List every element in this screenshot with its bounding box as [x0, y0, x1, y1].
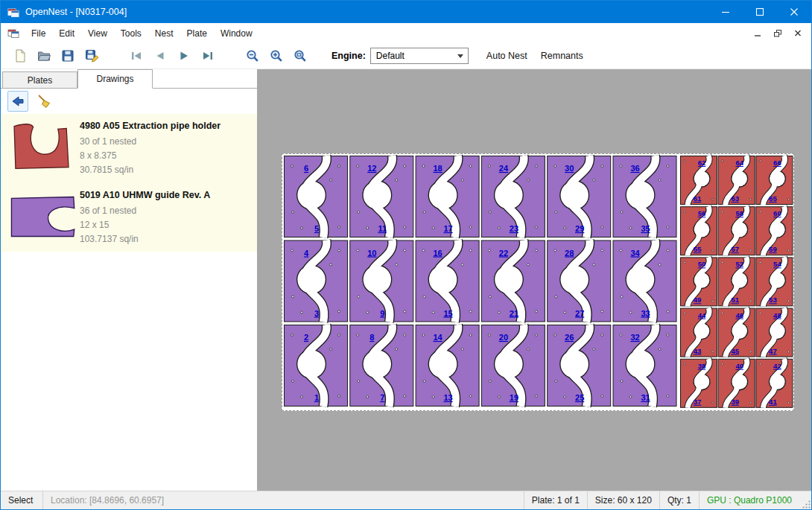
menu-nest[interactable]: Nest [148, 25, 180, 42]
svg-text:41: 41 [769, 398, 777, 406]
main-content: Plates Drawings [1, 69, 811, 491]
zoom-out-button[interactable] [241, 45, 264, 67]
menu-plate[interactable]: Plate [180, 25, 214, 42]
statusbar-size: Size: 60 x 120 [588, 491, 659, 509]
engine-value: Default [376, 51, 405, 61]
drawing-size: 12 x 15 [80, 218, 210, 232]
svg-text:12: 12 [367, 164, 376, 173]
svg-text:51: 51 [731, 296, 739, 304]
drawing-item-purple[interactable]: 5019 A10 UHMW guide Rev. A 36 of 1 neste… [1, 183, 257, 252]
svg-text:7: 7 [380, 393, 384, 402]
maximize-icon [752, 6, 767, 19]
mdi-minimize-button[interactable] [747, 25, 767, 42]
last-plate-button[interactable] [196, 45, 220, 67]
menu-tools[interactable]: Tools [114, 25, 148, 42]
menubar: File Edit View Tools Nest Plate Window [1, 23, 811, 43]
drawing-nested: 36 of 1 nested [80, 204, 210, 218]
drawing-nested: 30 of 1 nested [80, 135, 221, 149]
remnants-button[interactable]: Remnants [541, 51, 583, 61]
nest-plate[interactable]: 6512111817242330293635431091615222128273… [282, 153, 794, 411]
svg-text:30: 30 [565, 164, 574, 173]
first-plate-button[interactable] [124, 45, 148, 67]
svg-text:39: 39 [731, 398, 739, 406]
svg-text:36: 36 [630, 164, 639, 173]
svg-text:66: 66 [773, 159, 781, 167]
zoom-fit-button[interactable] [288, 45, 312, 67]
zoom-in-icon [269, 48, 284, 63]
menu-edit[interactable]: Edit [52, 25, 81, 42]
zoom-out-icon [245, 48, 260, 63]
menu-window[interactable]: Window [214, 25, 259, 42]
svg-text:60: 60 [773, 209, 781, 217]
svg-text:19: 19 [510, 393, 518, 402]
open-folder-icon [37, 48, 51, 63]
zoom-fit-icon [293, 48, 308, 63]
save-button[interactable] [56, 45, 80, 67]
save-as-button[interactable] [80, 45, 104, 67]
svg-text:28: 28 [565, 249, 574, 258]
mdi-restore-icon [773, 28, 783, 38]
svg-text:65: 65 [769, 194, 777, 203]
window-controls [708, 1, 811, 23]
new-button[interactable] [8, 45, 32, 67]
svg-text:48: 48 [773, 311, 781, 319]
send-to-nest-button[interactable] [7, 91, 28, 112]
blue-arrow-left-icon [10, 93, 26, 109]
minimize-button[interactable] [708, 1, 743, 23]
svg-text:56: 56 [698, 209, 706, 217]
svg-text:20: 20 [499, 333, 508, 342]
svg-text:31: 31 [641, 393, 650, 402]
svg-text:8: 8 [369, 333, 374, 342]
mdi-window-controls [747, 25, 811, 42]
svg-text:58: 58 [735, 209, 743, 217]
resize-grip-icon[interactable] [799, 491, 811, 509]
last-arrow-icon [200, 48, 215, 63]
svg-text:52: 52 [735, 260, 743, 268]
tab-drawings[interactable]: Drawings [77, 69, 153, 89]
previous-plate-button[interactable] [148, 45, 172, 67]
zoom-in-button[interactable] [264, 45, 288, 67]
drawing-item-red[interactable]: 4980 A05 Extraction pipe holder 30 of 1 … [1, 114, 257, 183]
left-panel: Plates Drawings [1, 69, 258, 491]
menu-view[interactable]: View [81, 25, 114, 42]
drawing-list: 4980 A05 Extraction pipe holder 30 of 1 … [1, 114, 257, 491]
statusbar-location: Location: [84.8696, 60.6957] [43, 491, 171, 509]
mdi-close-icon [793, 28, 803, 38]
svg-text:9: 9 [380, 309, 384, 318]
statusbar: Select Location: [84.8696, 60.6957] Plat… [1, 491, 811, 509]
tab-plates[interactable]: Plates [2, 71, 77, 88]
part-thumbnail-purple [8, 190, 80, 247]
first-arrow-icon [129, 48, 144, 63]
svg-text:33: 33 [641, 309, 650, 318]
engine-select[interactable]: Default [370, 48, 469, 64]
nest-canvas[interactable]: 6512111817242330293635431091615222128273… [258, 69, 811, 491]
auto-nest-button[interactable]: Auto Nest [486, 51, 527, 61]
new-document-icon [13, 48, 28, 63]
window-title: OpenNest - [N0317-004] [25, 7, 127, 17]
svg-text:1: 1 [314, 393, 319, 402]
close-button[interactable] [777, 1, 811, 23]
svg-text:18: 18 [433, 164, 442, 173]
maximize-button[interactable] [743, 1, 777, 23]
save-icon [60, 48, 75, 63]
clear-button[interactable] [34, 91, 54, 112]
drawings-toolbar [1, 89, 257, 114]
menu-file[interactable]: File [25, 25, 52, 42]
mdi-minimize-icon [752, 28, 763, 38]
mdi-restore-button[interactable] [767, 25, 787, 42]
svg-text:16: 16 [433, 249, 442, 258]
mdi-close-button[interactable] [787, 25, 808, 42]
svg-text:35: 35 [641, 224, 650, 233]
svg-text:24: 24 [499, 164, 509, 173]
statusbar-plate: Plate: 1 of 1 [524, 491, 587, 509]
svg-text:40: 40 [735, 362, 743, 370]
drawing-area: 103.7137 sq/in [80, 232, 210, 246]
svg-text:2: 2 [304, 333, 308, 342]
statusbar-gpu: GPU : Quadro P1000 [700, 491, 799, 509]
tabstrip: Plates Drawings [1, 69, 257, 89]
next-plate-button[interactable] [172, 45, 196, 67]
open-button[interactable] [32, 45, 56, 67]
svg-text:11: 11 [378, 224, 387, 233]
statusbar-mode: Select [1, 491, 42, 509]
svg-text:22: 22 [499, 249, 508, 258]
